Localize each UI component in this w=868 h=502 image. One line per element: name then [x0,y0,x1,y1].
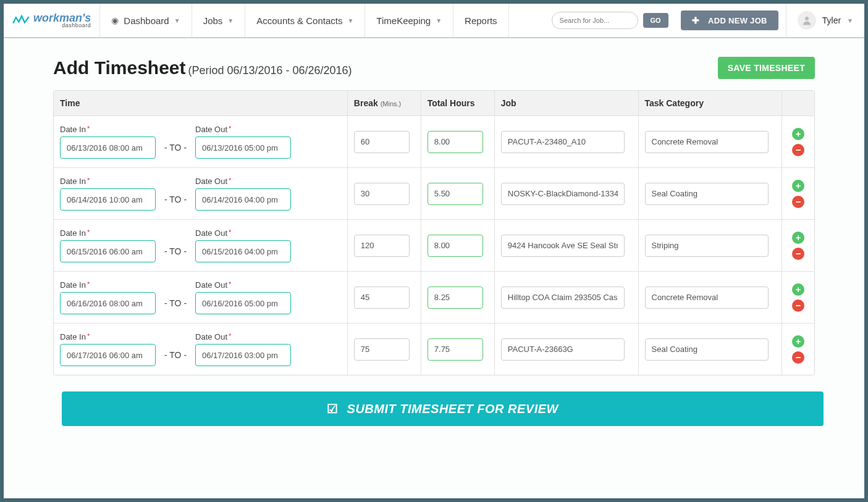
date-in-input[interactable] [60,188,156,211]
job-input[interactable] [501,235,625,257]
table-row: Date In* - TO - Date Out* + − [54,324,814,375]
total-hours-input[interactable] [428,235,483,257]
table-row: Date In* - TO - Date Out* + − [54,168,814,220]
table-row: Date In* - TO - Date Out* + − [54,116,814,168]
timesheet-table: Time Break (Mins.) Total Hours Job Task … [53,90,815,375]
nav-reports[interactable]: Reports [453,4,509,37]
header-task: Task Category [639,91,783,116]
to-separator: - TO - [164,246,187,262]
date-in-label: Date In* [60,280,156,290]
header-hours: Total Hours [421,91,495,116]
to-separator: - TO - [164,195,187,211]
user-menu[interactable]: Tyler ▼ [786,4,864,37]
date-in-input[interactable] [60,344,156,366]
user-name: Tyler [822,15,841,25]
user-icon [801,15,812,26]
svg-point-0 [805,17,809,20]
table-row: Date In* - TO - Date Out* + − [54,220,814,272]
add-row-button[interactable]: + [792,128,804,140]
save-timesheet-button[interactable]: SAVE TIMESHEET [718,57,815,79]
to-separator: - TO - [164,143,187,159]
task-category-input[interactable] [645,287,769,309]
to-separator: - TO - [164,350,187,366]
total-hours-input[interactable] [428,183,483,205]
date-in-label: Date In* [60,125,156,134]
nav-jobs[interactable]: Jobs ▼ [192,4,246,37]
header-break: Break (Mins.) [348,91,421,116]
date-out-label: Date Out* [195,332,291,341]
date-out-label: Date Out* [195,228,291,238]
date-out-label: Date Out* [195,177,291,186]
top-navbar: workman's dashboard ◉ Dashboard ▼ Jobs ▼… [4,4,864,38]
job-input[interactable] [501,287,625,309]
task-category-input[interactable] [645,183,769,205]
brand-logo[interactable]: workman's dashboard [4,4,100,37]
date-in-input[interactable] [60,240,156,262]
job-input[interactable] [501,183,625,205]
nav-dashboard[interactable]: ◉ Dashboard ▼ [100,4,192,37]
task-category-input[interactable] [645,338,769,361]
total-hours-input[interactable] [428,287,483,309]
nav-timekeeping[interactable]: TimeKeeping ▼ [365,4,453,37]
date-out-input[interactable] [195,136,291,159]
date-out-label: Date Out* [195,125,291,134]
logo-icon [12,14,30,27]
delete-row-button[interactable]: − [792,299,804,312]
delete-row-button[interactable]: − [792,351,804,364]
page-title: Add Timesheet [53,57,186,78]
chevron-down-icon: ▼ [174,17,180,24]
add-job-button[interactable]: ✚ ADD NEW JOB [681,10,778,30]
check-icon: ☑ [327,401,339,416]
add-row-button[interactable]: + [792,232,804,244]
break-input[interactable] [354,131,410,153]
add-row-button[interactable]: + [792,283,804,296]
date-in-label: Date In* [60,228,156,238]
date-in-input[interactable] [60,292,156,314]
date-out-label: Date Out* [195,280,291,290]
date-in-input[interactable] [60,136,156,159]
task-category-input[interactable] [645,131,769,153]
chevron-down-icon: ▼ [436,17,442,24]
avatar [798,11,816,30]
chevron-down-icon: ▼ [847,17,853,24]
break-input[interactable] [354,287,410,309]
date-out-input[interactable] [195,344,291,366]
date-in-label: Date In* [60,177,156,186]
break-input[interactable] [354,338,410,361]
total-hours-input[interactable] [428,338,483,361]
date-out-input[interactable] [195,240,291,262]
header-job: Job [495,91,639,116]
break-input[interactable] [354,183,410,205]
nav-accounts[interactable]: Accounts & Contacts ▼ [245,4,365,37]
date-in-label: Date In* [60,332,156,341]
add-row-button[interactable]: + [792,335,804,348]
header-time: Time [54,91,348,116]
task-category-input[interactable] [645,235,769,257]
nav-search: GO [547,4,673,37]
delete-row-button[interactable]: − [792,248,804,260]
delete-row-button[interactable]: − [792,144,804,156]
date-out-input[interactable] [195,188,291,211]
delete-row-button[interactable]: − [792,196,804,208]
job-input[interactable] [501,338,625,361]
go-button[interactable]: GO [643,13,668,28]
to-separator: - TO - [164,298,187,314]
submit-timesheet-button[interactable]: ☑ SUBMIT TIMESHEET FOR REVIEW [62,391,824,426]
dashboard-icon: ◉ [111,15,119,25]
break-input[interactable] [354,235,410,257]
add-row-button[interactable]: + [792,180,804,192]
chevron-down-icon: ▼ [227,17,234,24]
page-period: (Period 06/13/2016 - 06/26/2016) [188,64,352,77]
plus-icon: ✚ [692,15,699,25]
chevron-down-icon: ▼ [347,17,353,24]
job-input[interactable] [501,131,625,153]
date-out-input[interactable] [195,292,291,314]
header-actions [782,91,814,116]
search-input[interactable] [552,12,638,29]
table-row: Date In* - TO - Date Out* + − [54,272,814,324]
total-hours-input[interactable] [428,131,483,153]
